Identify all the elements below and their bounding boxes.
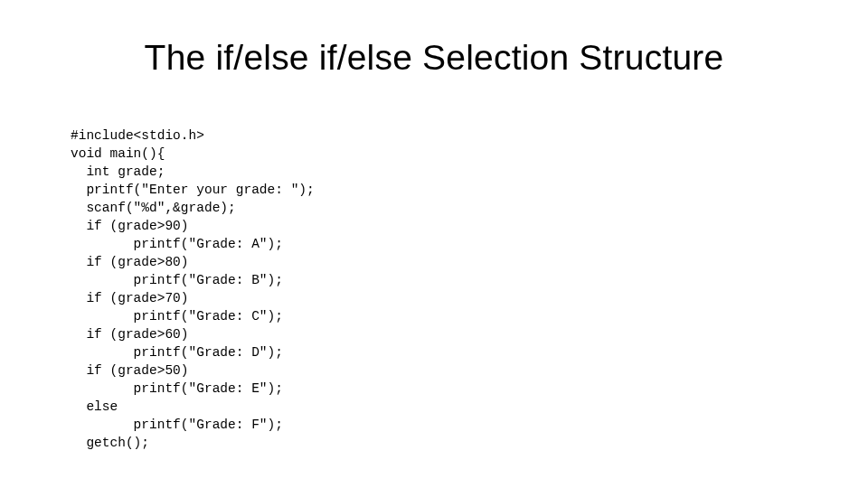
slide-title: The if/else if/else Selection Structure (0, 38, 868, 78)
slide: The if/else if/else Selection Structure … (0, 0, 868, 488)
code-block: #include<stdio.h> void main(){ int grade… (71, 127, 315, 452)
